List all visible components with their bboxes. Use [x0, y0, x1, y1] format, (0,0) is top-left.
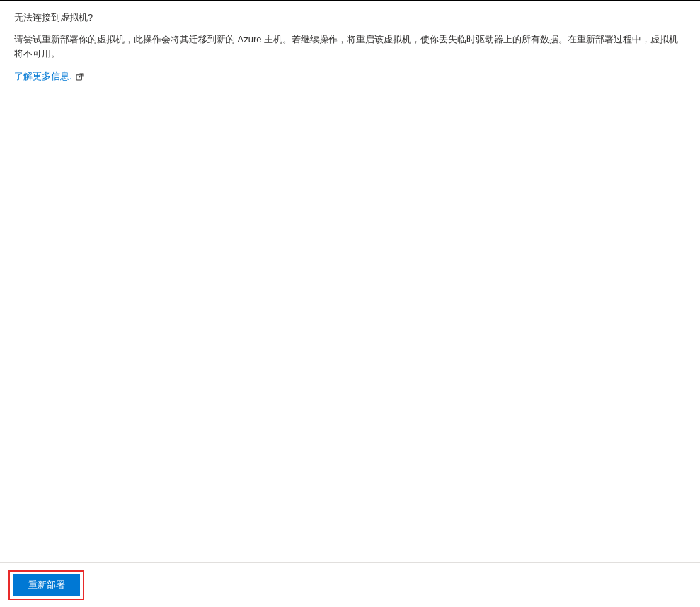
- external-link-icon: [75, 72, 84, 81]
- heading-text: 无法连接到虚拟机?: [14, 11, 686, 24]
- description-text: 请尝试重新部署你的虚拟机，此操作会将其迁移到新的 Azure 主机。若继续操作，…: [14, 33, 686, 60]
- learn-more-link[interactable]: 了解更多信息.: [14, 70, 72, 83]
- highlight-annotation: 重新部署: [8, 570, 84, 600]
- learn-more-link-container[interactable]: 了解更多信息.: [14, 70, 84, 83]
- main-content: 无法连接到虚拟机? 请尝试重新部署你的虚拟机，此操作会将其迁移到新的 Azure…: [0, 1, 700, 93]
- footer-bar: 重新部署: [0, 562, 700, 607]
- redeploy-button[interactable]: 重新部署: [13, 574, 80, 596]
